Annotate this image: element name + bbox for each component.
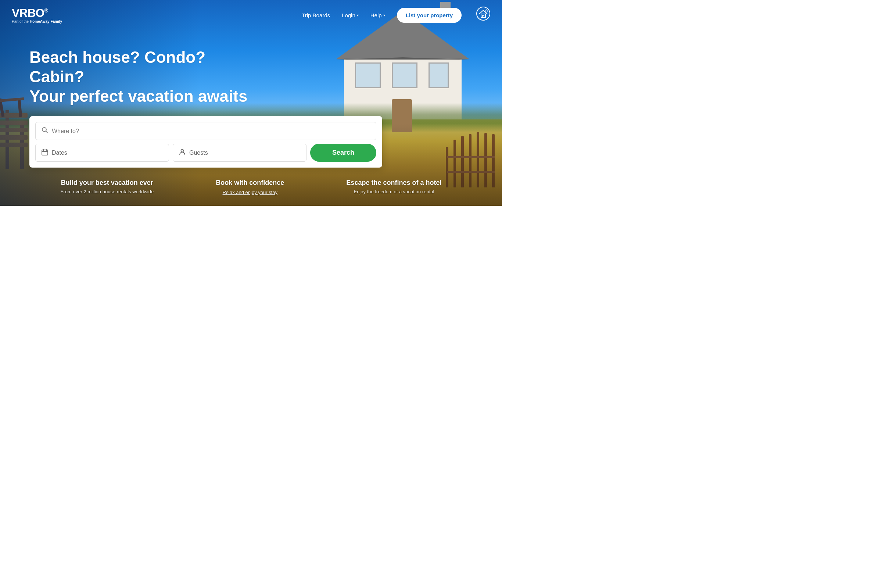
trip-boards-link[interactable]: Trip Boards [302,12,330,18]
owner-house-icon [476,7,490,24]
header: VRBO® Part of the HomeAway Family Trip B… [0,0,502,30]
feature-desc-build: From over 2 million house rentals worldw… [61,189,154,194]
search-button[interactable]: Search [310,144,376,162]
help-label: Help [370,12,382,18]
search-box: Dates Guests Search [29,116,382,168]
brand-sup: ® [44,8,47,14]
feature-item-build: Build your best vacation ever From over … [61,179,154,195]
login-link[interactable]: Login ▾ [342,12,358,18]
dates-label: Dates [52,150,67,156]
person-icon [179,149,186,157]
feature-strip: Build your best vacation ever From over … [0,169,502,206]
trip-boards-label: Trip Boards [302,12,330,18]
hero-title: Beach house? Condo? Cabin? Your perfect … [29,48,250,106]
svg-point-3 [485,10,487,12]
search-destination-field[interactable] [35,122,376,140]
tagline-prefix: Part of the [12,20,30,24]
logo-area[interactable]: VRBO® Part of the HomeAway Family [12,7,62,24]
brand-tagline: Part of the HomeAway Family [12,20,62,24]
feature-item-escape: Escape the confines of a hotel Enjoy the… [346,179,441,195]
guests-picker[interactable]: Guests [173,144,306,162]
svg-point-10 [181,149,184,152]
feature-link-book[interactable]: Relax and enjoy your stay [222,190,278,195]
feature-title-book: Book with confidence [216,179,284,187]
tagline-bold: HomeAway Family [30,20,62,24]
feature-item-book: Book with confidence Relax and enjoy you… [216,179,284,195]
guests-label: Guests [189,150,208,156]
list-property-label: List your property [406,12,453,18]
feature-title-escape: Escape the confines of a hotel [346,179,441,187]
search-button-label: Search [332,149,354,156]
search-options-row: Dates Guests Search [35,144,376,162]
svg-rect-6 [42,150,48,155]
feature-title-build: Build your best vacation ever [61,179,154,187]
destination-input[interactable] [52,128,370,135]
search-icon [42,127,48,135]
hero-title-line2: Your perfect vacation awaits [29,87,248,105]
svg-rect-1 [481,14,486,18]
logo-text: VRBO® [12,7,62,19]
login-chevron-icon: ▾ [357,13,358,17]
search-destination-row [35,122,376,140]
hero-title-line1: Beach house? Condo? Cabin? [29,48,206,86]
login-label: Login [342,12,356,18]
help-chevron-icon: ▾ [383,13,385,17]
dates-picker[interactable]: Dates [35,144,169,162]
calendar-icon [42,149,48,157]
feature-desc-escape: Enjoy the freedom of a vacation rental [346,189,441,194]
main-nav: Trip Boards Login ▾ Help ▾ List your pro… [302,7,490,24]
list-property-button[interactable]: List your property [397,8,462,23]
svg-line-5 [46,131,48,133]
help-link[interactable]: Help ▾ [370,12,385,18]
brand-name: VRBO [12,6,44,20]
